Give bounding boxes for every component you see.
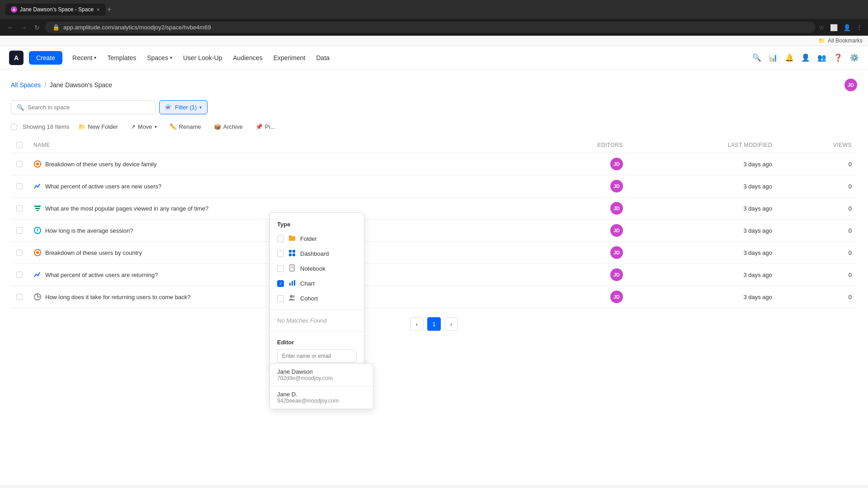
item-type-icon <box>33 204 42 212</box>
filter-checkbox[interactable] <box>277 235 284 242</box>
suggestion-item[interactable]: Jane Dawson 702d9e@moodjoy.com <box>270 364 373 386</box>
item-name-text[interactable]: Breakdown of these users by country <box>45 249 142 256</box>
filter-item-chart[interactable]: ✓ Chart <box>270 276 364 291</box>
filter-button[interactable]: ⚗️ Filter (1) ▾ <box>159 100 208 114</box>
breadcrumb: All Spaces / Jane Dawson's Space JD <box>11 79 857 91</box>
forward-button[interactable]: → <box>19 22 29 33</box>
editor-avatar: JD <box>610 202 623 215</box>
table-row: What percent of active users are returni… <box>11 264 857 286</box>
chevron-down-icon: ▾ <box>199 105 202 110</box>
chart-icon[interactable]: 📊 <box>769 53 778 62</box>
editor-input[interactable] <box>277 349 357 363</box>
filter-checkbox[interactable] <box>277 250 284 257</box>
profile-icon[interactable]: 👤 <box>843 24 851 31</box>
editor-avatar: JD <box>610 158 623 170</box>
row-checkbox[interactable] <box>16 161 23 167</box>
extensions-icon[interactable]: ⬜ <box>830 24 838 31</box>
item-name-text[interactable]: What are the most popular pages viewed i… <box>45 205 208 212</box>
nav-item-experiment[interactable]: Experiment <box>269 52 310 64</box>
views-count: 0 <box>778 220 857 242</box>
row-checkbox[interactable] <box>16 294 23 300</box>
filter-checkbox[interactable] <box>277 265 284 272</box>
svg-rect-13 <box>289 253 292 256</box>
archive-button[interactable]: 📦 Archive <box>210 122 246 132</box>
browser-nav: ← → ↻ 🔒 app.amplitude.com/analytics/mood… <box>0 19 868 36</box>
current-page-button[interactable]: 1 <box>427 317 441 331</box>
item-name-text[interactable]: What percent of active users are returni… <box>45 272 158 278</box>
last-modified: 3 days ago <box>628 286 778 308</box>
editor-avatar: JD <box>610 246 623 259</box>
search-input[interactable] <box>28 104 150 111</box>
browser-nav-icons: ☆ ⬜ 👤 ⋮ <box>819 24 863 31</box>
help-icon[interactable]: ❓ <box>834 53 843 62</box>
filter-icon: ⚗️ <box>165 104 172 111</box>
refresh-button[interactable]: ↻ <box>33 22 42 33</box>
filter-item-cohort[interactable]: Cohort <box>270 291 364 306</box>
all-spaces-link[interactable]: All Spaces <box>11 81 41 89</box>
svg-rect-12 <box>292 250 295 253</box>
gear-icon[interactable]: ⚙️ <box>850 53 859 62</box>
item-name-text[interactable]: Breakdown of these users by device famil… <box>45 161 156 168</box>
row-checkbox[interactable] <box>16 183 23 189</box>
filter-type-label: Dashboard <box>300 250 329 257</box>
filter-item-folder[interactable]: Folder <box>270 231 364 246</box>
pagination: ‹ 1 › <box>11 317 857 331</box>
select-all-checkbox[interactable] <box>11 124 17 130</box>
back-button[interactable]: ← <box>5 22 15 33</box>
user-icon[interactable]: 👤 <box>801 53 810 62</box>
items-actions: Showing 18 Items 📁 New Folder ↗ Move ▾ ✏… <box>11 122 857 132</box>
bookmarks-folder-icon: 📁 <box>818 38 825 44</box>
nav-item-user-lookup[interactable]: User Look-Up <box>179 52 226 64</box>
menu-icon[interactable]: ⋮ <box>856 24 863 31</box>
app-logo: A <box>9 51 24 65</box>
header-checkbox[interactable] <box>16 142 23 148</box>
row-checkbox[interactable] <box>16 249 23 256</box>
table-row: How long does it take for returning user… <box>11 286 857 308</box>
item-name-text[interactable]: How long does it take for returning user… <box>45 294 191 300</box>
tab-close-icon[interactable]: ✕ <box>96 7 100 12</box>
row-checkbox[interactable] <box>16 205 23 211</box>
active-tab[interactable]: A Jane Dawson's Space - Space ✕ <box>5 4 105 15</box>
page-content: All Spaces / Jane Dawson's Space JD 🔍 ⚗️… <box>0 70 868 485</box>
table-row: Breakdown of these users by country JD 3… <box>11 242 857 264</box>
rename-button[interactable]: ✏️ Rename <box>166 122 205 132</box>
move-button[interactable]: ↗ Move ▾ <box>127 122 160 132</box>
filter-item-dashboard[interactable]: Dashboard <box>270 246 364 261</box>
filter-type-icon <box>288 279 296 288</box>
nav-item-data[interactable]: Data <box>311 52 334 64</box>
star-icon[interactable]: ☆ <box>819 24 825 31</box>
prev-page-button[interactable]: ‹ <box>410 317 424 331</box>
views-count: 0 <box>778 153 857 175</box>
filter-item-notebook[interactable]: Notebook <box>270 261 364 276</box>
settings-people-icon[interactable]: 👥 <box>817 53 826 62</box>
pin-button[interactable]: 📌 Pi... <box>252 122 278 132</box>
pin-icon: 📌 <box>255 123 263 130</box>
nav-item-templates[interactable]: Templates <box>103 52 141 64</box>
nav-item-spaces[interactable]: Spaces ▾ <box>142 52 177 64</box>
svg-rect-11 <box>289 250 292 253</box>
last-modified: 3 days ago <box>628 220 778 242</box>
filter-checkbox[interactable]: ✓ <box>277 280 284 287</box>
item-name-text[interactable]: How long is the average session? <box>45 227 133 234</box>
folder-icon: 📁 <box>78 123 85 130</box>
chevron-down-icon: ▾ <box>155 124 157 129</box>
new-tab-button[interactable]: + <box>107 5 111 14</box>
chevron-down-icon: ▾ <box>170 55 172 60</box>
row-checkbox[interactable] <box>16 272 23 278</box>
nav-item-audiences[interactable]: Audiences <box>228 52 267 64</box>
address-bar[interactable]: 🔒 app.amplitude.com/analytics/moodjoy2/s… <box>45 22 815 33</box>
showing-items-label: Showing 18 Items <box>23 123 69 130</box>
create-button[interactable]: Create <box>29 51 62 65</box>
last-modified: 3 days ago <box>628 175 778 197</box>
item-name-text[interactable]: What percent of active users are new use… <box>45 183 161 190</box>
suggestion-email: 702d9e@moodjoy.com <box>277 375 366 381</box>
suggestion-item[interactable]: Jane D. 942beeae@moodjoy.com <box>270 386 373 409</box>
next-page-button[interactable]: › <box>444 317 458 331</box>
nav-item-recent[interactable]: Recent ▾ <box>68 52 101 64</box>
table-row: What are the most popular pages viewed i… <box>11 197 857 220</box>
bell-icon[interactable]: 🔔 <box>785 53 794 62</box>
filter-checkbox[interactable] <box>277 295 284 302</box>
row-checkbox[interactable] <box>16 227 23 234</box>
new-folder-button[interactable]: 📁 New Folder <box>75 122 121 132</box>
search-icon[interactable]: 🔍 <box>752 53 761 62</box>
